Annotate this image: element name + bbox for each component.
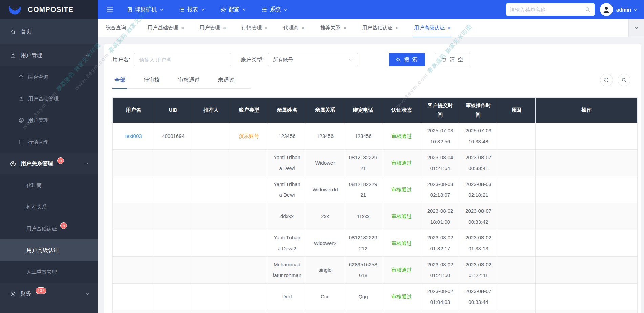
close-icon[interactable]: × bbox=[344, 25, 347, 31]
column-header[interactable]: 账户类型 bbox=[230, 98, 268, 123]
status-tab-2[interactable]: 审核通过 bbox=[176, 77, 202, 88]
cell-reason bbox=[497, 257, 536, 284]
cell-relative_name bbox=[268, 310, 306, 313]
page-tab-user-advanced-auth[interactable]: 用户高级认证× bbox=[411, 19, 453, 37]
avatar[interactable] bbox=[600, 3, 613, 16]
page-tab-query[interactable]: 综合查询× bbox=[103, 19, 135, 37]
sidebar-submenu: 综合查询用户基础管理用户管理行情管理 bbox=[0, 66, 98, 153]
close-icon[interactable]: × bbox=[448, 25, 451, 31]
cell-username bbox=[113, 284, 154, 310]
column-header[interactable]: 审核操作时间 bbox=[459, 98, 497, 123]
sidebar-item-user-basic-auth[interactable]: 用户基础认证5 bbox=[0, 218, 98, 239]
username-input[interactable] bbox=[134, 53, 231, 66]
table-row bbox=[113, 310, 638, 313]
column-header[interactable]: 绑定电话 bbox=[344, 98, 382, 123]
count-badge: 5 bbox=[57, 157, 64, 164]
search-icon[interactable] bbox=[585, 7, 591, 12]
column-header[interactable]: 操作 bbox=[536, 98, 638, 123]
menu-search-input[interactable] bbox=[510, 7, 582, 13]
close-icon[interactable]: × bbox=[223, 25, 226, 31]
page-tab-bar: 综合查询×用户基础管理×用户管理×行情管理×代理商×推荐关系×用户基础认证×用户… bbox=[98, 19, 644, 37]
cell-account_type bbox=[230, 203, 268, 230]
cell-submit_time bbox=[421, 310, 459, 313]
cell-uid bbox=[154, 284, 192, 310]
close-icon[interactable]: × bbox=[396, 25, 399, 31]
column-header[interactable]: 推荐人 bbox=[192, 98, 230, 123]
sidebar-item-user-advanced-auth[interactable]: 用户高级认证 bbox=[0, 239, 98, 261]
page-tab-agent[interactable]: 代理商× bbox=[281, 19, 307, 37]
trash-icon bbox=[442, 57, 447, 62]
search-icon bbox=[585, 7, 591, 12]
cell-username bbox=[113, 257, 154, 284]
top-nav-config[interactable]: 配置 bbox=[220, 6, 246, 13]
menu-toggle-icon[interactable] bbox=[106, 7, 113, 12]
top-nav-report[interactable]: 报表 bbox=[179, 6, 205, 13]
cell-audit_time: 2023-08-02 01:33:13 bbox=[459, 230, 497, 257]
moon-logo-icon bbox=[6, 2, 24, 17]
user-icon bbox=[19, 96, 24, 101]
top-nav-mining[interactable]: 理财矿机 bbox=[127, 6, 164, 13]
sidebar-item-market-mgmt[interactable]: 行情管理 bbox=[0, 131, 98, 153]
sidebar-item-agent[interactable]: 代理商 bbox=[0, 174, 98, 196]
sidebar-item-referral[interactable]: 推荐关系 bbox=[0, 196, 98, 218]
cell-account_type bbox=[230, 310, 268, 313]
status-tab-0[interactable]: 全部 bbox=[112, 77, 127, 88]
chevron-down-icon bbox=[201, 8, 205, 11]
content-area: 用户名: 账户类型: 所有账号 搜 索 清 空 全部待审核审核通过未通过 bbox=[98, 37, 644, 313]
page-tab-market-mgmt[interactable]: 行情管理× bbox=[239, 19, 271, 37]
clear-button[interactable]: 清 空 bbox=[435, 53, 470, 66]
refresh-button[interactable] bbox=[600, 74, 613, 86]
sidebar-item-user-mgmt-sub[interactable]: 用户管理 bbox=[0, 109, 98, 131]
top-nav-system[interactable]: 系统 bbox=[262, 6, 287, 13]
sidebar-item-finance[interactable]: 财务137 bbox=[0, 283, 98, 305]
sidebar-item-query[interactable]: 综合查询 bbox=[0, 66, 98, 88]
status-tab-1[interactable]: 待审核 bbox=[142, 77, 162, 88]
page-tab-user-basic-mgmt[interactable]: 用户基础管理× bbox=[145, 19, 187, 37]
close-icon[interactable]: × bbox=[265, 25, 268, 31]
page-tab-user-basic-auth[interactable]: 用户基础认证× bbox=[360, 19, 402, 37]
column-header[interactable]: UID bbox=[154, 98, 192, 123]
top-nav-bar: 理财矿机报表配置系统 admin bbox=[98, 0, 644, 19]
tabs-dropdown-button[interactable] bbox=[628, 19, 644, 37]
sidebar-item-manual-reset[interactable]: 人工重置管理 bbox=[0, 261, 98, 283]
column-header[interactable]: 亲属关系 bbox=[306, 98, 344, 123]
column-header[interactable]: 用户名 bbox=[113, 98, 154, 123]
cell-submit_time: 2023-08-02 01:04:03 bbox=[421, 284, 459, 310]
account-type-select[interactable]: 所有账号 bbox=[268, 53, 358, 66]
column-header[interactable]: 认证状态 bbox=[382, 98, 421, 123]
sidebar-item-home[interactable]: 首页 bbox=[0, 19, 98, 44]
cell-reason bbox=[497, 284, 536, 310]
chevron-up-icon bbox=[86, 54, 89, 57]
column-header[interactable]: 客户提交时间 bbox=[421, 98, 459, 123]
page-tab-referral[interactable]: 推荐关系× bbox=[318, 19, 349, 37]
status-tab-3[interactable]: 未通过 bbox=[216, 77, 236, 88]
search-button[interactable]: 搜 索 bbox=[389, 53, 425, 66]
chevron-up-icon bbox=[86, 163, 89, 165]
cell-reason bbox=[497, 230, 536, 257]
close-icon[interactable]: × bbox=[302, 25, 305, 31]
sidebar-item-user-basic-mgmt[interactable]: 用户基础管理 bbox=[0, 88, 98, 109]
column-header[interactable]: 原因 bbox=[497, 98, 536, 123]
cell-phone bbox=[344, 310, 382, 313]
cell-account_type bbox=[230, 230, 268, 257]
admin-username[interactable]: admin bbox=[616, 7, 631, 13]
cell-uid bbox=[154, 310, 192, 313]
close-icon[interactable]: × bbox=[129, 25, 132, 31]
cell-relative_relation bbox=[306, 310, 344, 313]
chevron-down-icon[interactable] bbox=[634, 8, 637, 11]
table-search-button[interactable] bbox=[618, 74, 630, 86]
cell-reason bbox=[497, 203, 536, 230]
cell-username[interactable]: test003 bbox=[113, 123, 154, 150]
close-icon[interactable]: × bbox=[181, 25, 184, 31]
cell-audit_time: 2023-08-07 00:33:42 bbox=[459, 203, 497, 230]
table-row: Muhammad fatur rohmansingle6289516253618… bbox=[113, 257, 638, 284]
column-header[interactable]: 亲属姓名 bbox=[268, 98, 306, 123]
cell-audit_time: 2025-07-03 10:33:48 bbox=[459, 123, 497, 150]
cell-relative_name: Ddd bbox=[268, 284, 306, 310]
page-tab-user-mgmt[interactable]: 用户管理× bbox=[197, 19, 229, 37]
sidebar-item-user-relation-mgmt[interactable]: 用户关系管理5 bbox=[0, 153, 98, 174]
sidebar-item-user-mgmt[interactable]: 用户管理 bbox=[0, 44, 98, 66]
gear-icon bbox=[10, 291, 16, 297]
cell-relative_relation: 123456 bbox=[306, 123, 344, 150]
search-icon bbox=[396, 57, 401, 62]
